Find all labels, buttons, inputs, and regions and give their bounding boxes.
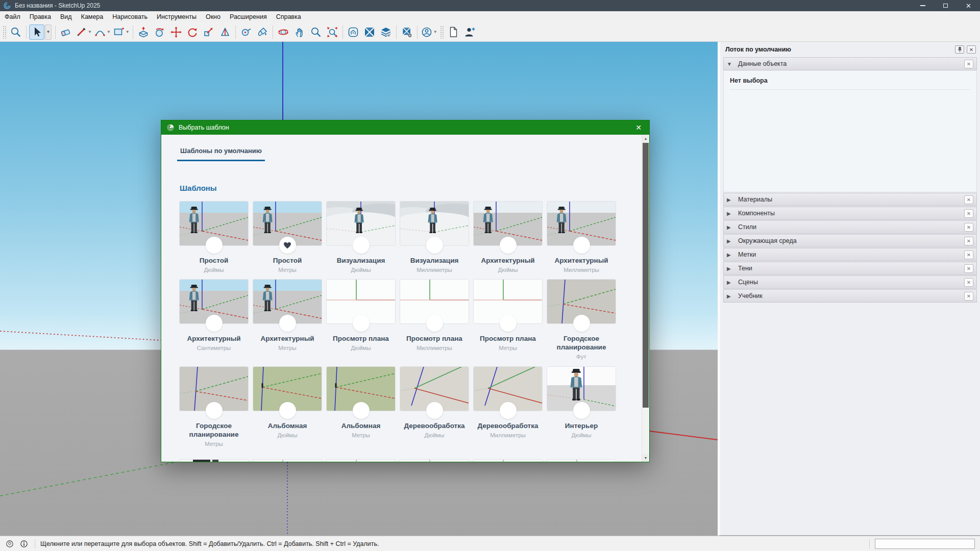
scroll-down-icon[interactable]: ▼	[642, 454, 649, 462]
favorite-toggle[interactable]	[573, 402, 590, 419]
menu-window[interactable]: Окно	[201, 11, 225, 22]
tray-section-shadows[interactable]: ▶Тени✕	[723, 262, 977, 275]
favorite-toggle[interactable]	[426, 237, 443, 254]
menu-edit[interactable]: Правка	[25, 11, 56, 22]
menu-view[interactable]: Вид	[56, 11, 77, 22]
new-file[interactable]	[446, 24, 461, 40]
favorite-toggle[interactable]	[500, 315, 517, 332]
menu-camera[interactable]: Камера	[77, 11, 108, 22]
template-card[interactable]: Просмотр планаМетры	[474, 280, 542, 351]
template-card[interactable]: ПростойМетры	[253, 202, 322, 273]
chevron-down-icon[interactable]: ▼	[433, 30, 437, 34]
toolbar-grip-handle[interactable]	[440, 26, 444, 39]
template-card[interactable]: Просмотр планаДюймы	[327, 280, 395, 351]
styles-stack[interactable]	[378, 24, 394, 40]
template-card[interactable]: АльбомнаяДюймы	[253, 367, 322, 438]
paint-bucket-tool[interactable]	[255, 24, 270, 40]
favorite-toggle[interactable]	[279, 315, 296, 332]
template-card[interactable]: ВизуализацияДюймы	[327, 202, 395, 273]
geolocation-icon[interactable]	[5, 539, 14, 548]
template-card[interactable]: ДеревообработкаДюймы	[400, 367, 469, 438]
tape-measure-tool[interactable]	[238, 24, 254, 40]
favorite-toggle[interactable]	[353, 402, 370, 419]
pin-icon[interactable]	[955, 45, 964, 54]
template-card[interactable]: АрхитектурныйМиллиметры	[547, 202, 616, 273]
tray-close-icon[interactable]: ✕	[967, 45, 976, 54]
zoom-tool[interactable]	[308, 24, 324, 40]
section-close-icon[interactable]: ✕	[964, 223, 973, 232]
favorite-toggle[interactable]	[206, 237, 223, 254]
template-card[interactable]: АрхитектурныйДюймы	[474, 202, 542, 273]
measurements-input[interactable]	[875, 539, 975, 549]
maximize-button[interactable]	[934, 0, 957, 11]
template-card[interactable]: ПростойДюймы	[180, 202, 248, 273]
scrollbar-thumb[interactable]	[643, 143, 649, 408]
template-card-partial[interactable]	[180, 460, 248, 462]
favorite-toggle[interactable]	[426, 315, 443, 332]
line-tool[interactable]: ▼	[75, 24, 92, 40]
template-card[interactable]: АрхитектурныйСантиметры	[180, 280, 248, 351]
template-card[interactable]: АльбомнаяМетры	[327, 367, 395, 438]
favorite-toggle[interactable]	[500, 237, 517, 254]
select-tool[interactable]	[29, 24, 44, 40]
template-card[interactable]: Городское планированиеМетры	[180, 367, 248, 447]
template-card[interactable]: Просмотр планаМиллиметры	[400, 280, 469, 351]
eraser-tool[interactable]	[58, 24, 74, 40]
favorite-toggle[interactable]	[500, 402, 517, 419]
favorite-toggle[interactable]	[426, 402, 443, 419]
minimize-button[interactable]	[911, 0, 934, 11]
info-icon[interactable]	[19, 539, 29, 548]
template-card[interactable]: ИнтерьерДюймы	[547, 367, 616, 438]
template-card[interactable]: Городское планированиеФут	[547, 280, 616, 360]
favorite-toggle[interactable]	[279, 237, 296, 254]
section-close-icon[interactable]: ✕	[964, 195, 973, 204]
menu-file[interactable]: Файл	[0, 11, 25, 22]
tray-section-styles[interactable]: ▶Стили✕	[723, 220, 977, 234]
arc-tool[interactable]: ▼	[93, 24, 111, 40]
chevron-down-icon[interactable]: ▼	[88, 30, 92, 34]
orbit-tool[interactable]	[276, 24, 291, 40]
pan-tool[interactable]	[292, 24, 307, 40]
chevron-down-icon[interactable]: ▼	[126, 30, 130, 34]
zoom-window-tool[interactable]	[8, 24, 23, 40]
tray-section-components[interactable]: ▶Компоненты✕	[723, 207, 977, 220]
extension-manager[interactable]	[399, 24, 414, 40]
tray-section-scenes[interactable]: ▶Сцены✕	[723, 276, 977, 289]
template-card-partial[interactable]	[400, 460, 469, 462]
template-card-partial[interactable]	[253, 460, 322, 462]
favorite-toggle[interactable]	[206, 315, 223, 332]
menu-extensions[interactable]: Расширения	[225, 11, 272, 22]
favorite-toggle[interactable]	[353, 315, 370, 332]
menu-draw[interactable]: Нарисовать	[108, 11, 152, 22]
favorite-toggle[interactable]	[206, 402, 223, 419]
tray-section-materials[interactable]: ▶Материалы✕	[723, 193, 977, 206]
offset-tool[interactable]	[217, 24, 233, 40]
select-tool-dropdown[interactable]: ▼	[45, 24, 52, 40]
account-menu[interactable]: ▼	[420, 24, 438, 40]
section-close-icon[interactable]: ✕	[964, 60, 973, 68]
extension-warehouse[interactable]	[362, 24, 377, 40]
menu-tools[interactable]: Инструменты	[152, 11, 201, 22]
tray-section-environment[interactable]: ▶Окружающая среда✕	[723, 234, 977, 247]
tray-section-tags[interactable]: ▶Метки✕	[723, 248, 977, 261]
tray-section-entity-info[interactable]: ▼ Данные объекта ✕	[723, 57, 977, 70]
section-close-icon[interactable]: ✕	[964, 209, 973, 218]
favorite-toggle[interactable]	[573, 237, 590, 254]
scroll-up-icon[interactable]: ▲	[642, 135, 649, 142]
favorite-toggle[interactable]	[279, 402, 296, 419]
dialog-close-icon[interactable]: ✕	[633, 123, 644, 132]
tray-section-tutorial[interactable]: ▶Учебник✕	[723, 289, 977, 303]
move-tool[interactable]	[168, 24, 184, 40]
push-pull-tool[interactable]	[136, 24, 151, 40]
rotate-tool[interactable]	[185, 24, 200, 40]
section-close-icon[interactable]: ✕	[964, 292, 973, 300]
toolbar-grip-handle[interactable]	[3, 26, 6, 39]
menu-help[interactable]: Справка	[272, 11, 306, 22]
add-collaborator[interactable]	[462, 24, 477, 40]
close-button[interactable]: ✕	[957, 0, 980, 11]
template-card[interactable]: АрхитектурныйМетры	[253, 280, 322, 351]
chevron-down-icon[interactable]: ▼	[107, 30, 111, 34]
section-close-icon[interactable]: ✕	[964, 251, 973, 259]
template-card-partial[interactable]	[547, 460, 616, 462]
template-card-partial[interactable]	[327, 460, 395, 462]
